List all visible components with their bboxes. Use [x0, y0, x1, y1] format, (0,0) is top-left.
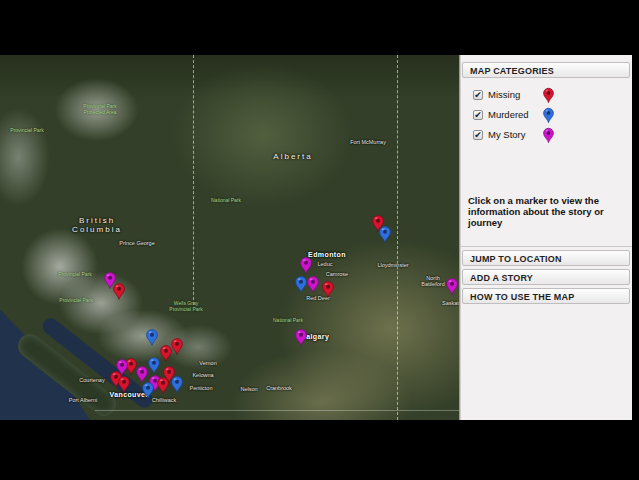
- map-marker-my-story[interactable]: [446, 278, 458, 295]
- park-label: National Park: [211, 197, 241, 203]
- letterbox-frame: British ColumbiaAlbertaEdmontonCalgaryVa…: [0, 0, 639, 480]
- map-marker-missing[interactable]: [118, 376, 130, 393]
- section-divider: [461, 246, 632, 247]
- us-canada-border-line: [95, 410, 460, 411]
- map-marker-missing[interactable]: [171, 338, 183, 355]
- map-marker-my-story[interactable]: [295, 329, 307, 346]
- town-label: Prince George: [119, 240, 154, 246]
- town-label: Fort McMurray: [350, 139, 386, 145]
- town-label: Penticton: [190, 385, 213, 391]
- park-label: Provincial Park Protected Area: [83, 103, 116, 115]
- accordion-how-to-use-the-map[interactable]: HOW TO USE THE MAP: [462, 288, 630, 304]
- checkbox-missing[interactable]: ✔: [473, 90, 483, 100]
- map-marker-missing[interactable]: [322, 281, 334, 298]
- town-label: Chilliwack: [152, 397, 176, 403]
- town-label: Nelson: [240, 386, 257, 392]
- map-marker-my-story[interactable]: [136, 366, 148, 383]
- category-row-missing: ✔Missing: [461, 86, 632, 105]
- park-label: Wells Gray Provincial Park: [169, 300, 202, 312]
- region-label: Alberta: [273, 152, 312, 161]
- map-marker-my-story[interactable]: [300, 257, 312, 274]
- park-label: Provincial Park: [10, 127, 43, 133]
- checkbox-murdered[interactable]: ✔: [473, 110, 483, 120]
- map-marker-murdered[interactable]: [146, 329, 158, 346]
- town-label: North Battleford: [420, 275, 447, 287]
- legend-pin-murdered-icon: [543, 107, 554, 124]
- map-marker-my-story[interactable]: [307, 276, 319, 293]
- map-marker-murdered[interactable]: [171, 376, 183, 393]
- town-label: Camrose: [326, 271, 348, 277]
- town-label: Vernon: [199, 360, 216, 366]
- map-marker-missing[interactable]: [160, 345, 172, 362]
- marker-instruction-text: Click on a marker to view the informatio…: [468, 195, 626, 229]
- category-row-my-story: ✔My Story: [461, 126, 632, 145]
- sidebar: MAP CATEGORIES ✔Missing✔Murdered✔My Stor…: [460, 55, 632, 420]
- town-label: Saskatoon: [442, 300, 460, 306]
- map-marker-murdered[interactable]: [379, 226, 391, 243]
- map-categories-header[interactable]: MAP CATEGORIES: [462, 62, 630, 78]
- alberta-sask-border-line: [397, 55, 398, 420]
- map-marker-murdered[interactable]: [142, 382, 154, 399]
- accordion-add-a-story[interactable]: ADD A STORY: [462, 269, 630, 285]
- checkbox-my-story[interactable]: ✔: [473, 130, 483, 140]
- category-label: Murdered: [488, 109, 529, 120]
- town-label: Cranbrook: [266, 385, 292, 391]
- town-label: Kelowna: [192, 372, 213, 378]
- satellite-map[interactable]: British ColumbiaAlbertaEdmontonCalgaryVa…: [0, 55, 460, 420]
- legend-pin-my-story-icon: [543, 127, 554, 144]
- park-label: Provincial Park: [58, 271, 91, 277]
- region-label: British Columbia: [72, 216, 122, 234]
- map-marker-murdered[interactable]: [295, 276, 307, 293]
- legend-pin-missing-icon: [543, 87, 554, 104]
- bc-alberta-border-line: [193, 55, 194, 305]
- category-label: My Story: [488, 129, 525, 140]
- park-label: Provincial Park: [59, 297, 92, 303]
- town-label: Leduc: [318, 261, 333, 267]
- map-marker-missing[interactable]: [157, 377, 169, 394]
- park-label: National Park: [273, 317, 303, 323]
- category-row-murdered: ✔Murdered: [461, 106, 632, 125]
- map-marker-missing[interactable]: [113, 283, 125, 300]
- map-application: British ColumbiaAlbertaEdmontonCalgaryVa…: [0, 55, 632, 420]
- town-label: Lloydminster: [377, 262, 408, 268]
- accordion-jump-to-location[interactable]: JUMP TO LOCATION: [462, 250, 630, 266]
- map-marker-murdered[interactable]: [148, 357, 160, 374]
- category-label: Missing: [488, 89, 520, 100]
- citie-label: Edmonton: [308, 251, 346, 258]
